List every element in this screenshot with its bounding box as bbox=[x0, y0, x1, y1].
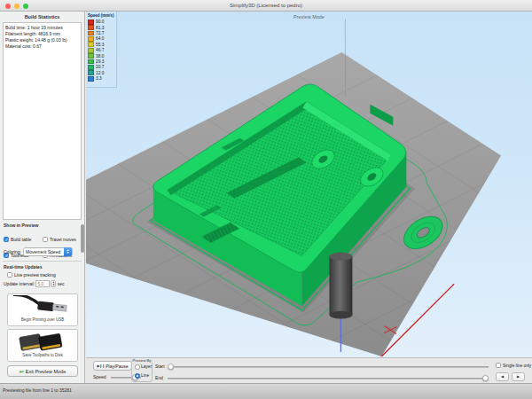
preview-mode-label: Preview Mode bbox=[86, 14, 532, 20]
legend-swatch bbox=[88, 25, 94, 30]
checkbox-build-table[interactable]: Build table bbox=[4, 237, 43, 242]
checkbox-label: Build table bbox=[11, 237, 31, 242]
radio-label: Layer bbox=[141, 364, 152, 369]
legend-swatch bbox=[88, 53, 94, 59]
divider bbox=[3, 261, 82, 262]
radio-label: Line bbox=[141, 373, 149, 378]
sd-card-icon bbox=[8, 330, 77, 353]
legend-entry: 3.3 bbox=[88, 75, 116, 81]
preview-by-label: Preview By bbox=[132, 358, 153, 363]
left-panel: Build Statistics Build time: 1 hour 19 m… bbox=[0, 12, 85, 383]
coloring-dropdown[interactable]: Movement Speed ▲▼ bbox=[23, 247, 73, 256]
checkbox-label: Live preview tracking bbox=[14, 272, 56, 278]
checkbox-box[interactable] bbox=[43, 237, 48, 242]
play-pause-button[interactable]: ▶❙❙ Play/Pause bbox=[93, 361, 132, 371]
coloring-label: Coloring: bbox=[4, 249, 21, 254]
legend-swatch bbox=[88, 20, 94, 25]
title-bar[interactable]: Simplify3D (Licensed to pedro) bbox=[0, 0, 532, 12]
status-bar: Previewing file from line 1 to 35281 bbox=[0, 383, 532, 399]
interval-stepper-icon[interactable]: ▲▼ bbox=[51, 280, 56, 287]
checkbox-box[interactable] bbox=[4, 237, 9, 242]
legend-swatch bbox=[88, 70, 94, 75]
update-interval-unit: sec bbox=[58, 281, 65, 286]
single-line-label: Single line only bbox=[503, 364, 531, 368]
status-text: Previewing file from line 1 to 35281 bbox=[3, 387, 72, 393]
end-slider-label: End bbox=[155, 375, 163, 380]
legend-swatch bbox=[88, 31, 94, 36]
save-toolpaths-caption: Save Toolpaths to Disk bbox=[8, 353, 77, 357]
legend-swatch bbox=[88, 36, 94, 42]
legend-swatch bbox=[88, 59, 94, 65]
stat-plastic-weight: Plastic weight: 14.48 g (0.03 lb) bbox=[5, 37, 79, 43]
checkbox-label: Travel moves bbox=[50, 237, 76, 242]
dropdown-arrows-icon: ▲▼ bbox=[64, 247, 72, 256]
usb-print-caption: Begin Printing over USB bbox=[8, 317, 77, 322]
play-pause-label: Play/Pause bbox=[106, 364, 128, 369]
usb-plug-icon bbox=[8, 294, 77, 317]
window-title: Simplify3D (Licensed to pedro) bbox=[0, 3, 532, 8]
show-in-preview-label: Show in Preview bbox=[4, 223, 38, 228]
checkbox-travel-moves[interactable]: Travel moves bbox=[43, 237, 82, 242]
step-forward-icon: ▶ bbox=[517, 374, 520, 379]
update-interval-label: Update interval: bbox=[4, 281, 35, 286]
update-interval-row: Update interval: ▲▼ sec bbox=[4, 280, 65, 287]
play-pause-icon: ▶❙❙ bbox=[97, 364, 104, 368]
scene-canvas bbox=[86, 12, 532, 357]
preview-by-group: Preview By Layer Line bbox=[131, 359, 153, 382]
checkbox-box[interactable] bbox=[7, 272, 12, 278]
simplify3d-window: Simplify3D (Licensed to pedro) Build Sta… bbox=[0, 0, 532, 399]
step-forward-button[interactable]: ▶ bbox=[512, 372, 525, 381]
usb-print-button[interactable]: Begin Printing over USB bbox=[7, 293, 78, 326]
start-slider-track[interactable] bbox=[168, 366, 489, 369]
radio-layer[interactable]: Layer bbox=[135, 364, 152, 370]
speed-legend: Speed (mm/s) 90.0 81.3 72.7 64.0 55.3 46… bbox=[86, 12, 117, 88]
update-interval-input[interactable] bbox=[35, 280, 50, 287]
stat-build-time: Build time: 1 hour 19 minutes bbox=[5, 25, 79, 31]
radio-dot[interactable] bbox=[135, 373, 140, 379]
start-slider-label: Start bbox=[155, 364, 165, 369]
save-toolpaths-button[interactable]: Save Toolpaths to Disk bbox=[7, 329, 78, 362]
end-slider-track[interactable] bbox=[168, 378, 489, 380]
checkbox-box[interactable] bbox=[496, 363, 501, 368]
stat-filament-length: Filament length: 4816.9 mm bbox=[5, 31, 79, 37]
coloring-row: Coloring: Movement Speed ▲▼ bbox=[4, 247, 73, 256]
exit-preview-button[interactable]: ↩ Exit Preview Mode bbox=[7, 365, 78, 377]
radio-line[interactable]: Line bbox=[135, 373, 149, 379]
legend-swatch bbox=[88, 42, 94, 47]
legend-swatch bbox=[88, 48, 94, 53]
checkbox-live-preview-tracking[interactable]: Live preview tracking bbox=[7, 272, 82, 278]
legend-swatch bbox=[88, 76, 94, 82]
exit-preview-label: Exit Preview Mode bbox=[26, 369, 66, 374]
speed-legend-title: Speed (mm/s) bbox=[88, 13, 116, 18]
step-back-icon: ◀ bbox=[501, 374, 504, 379]
build-statistics-box: Build time: 1 hour 19 minutes Filament l… bbox=[3, 22, 82, 220]
realtime-updates-label: Real-time Updates bbox=[4, 264, 43, 270]
step-back-button[interactable]: ◀ bbox=[496, 372, 509, 381]
legend-swatch bbox=[88, 65, 94, 70]
coloring-value: Movement Speed bbox=[26, 249, 60, 254]
exit-arrow-icon: ↩ bbox=[20, 368, 24, 374]
speed-slider-label: Speed bbox=[93, 374, 106, 379]
radio-dot[interactable] bbox=[135, 364, 140, 370]
start-slider-knob[interactable] bbox=[168, 364, 174, 370]
end-slider-knob[interactable] bbox=[482, 375, 489, 381]
stat-material-cost: Material cost: 0.67 bbox=[5, 43, 79, 50]
single-line-checkbox[interactable]: Single line only bbox=[496, 363, 531, 368]
preview-control-bar: ▶❙❙ Play/Pause Speed Preview By Layer Li… bbox=[86, 357, 532, 383]
preview-3d-viewport[interactable]: Preview Mode Speed (mm/s) 90.0 81.3 72.7… bbox=[86, 12, 532, 357]
preview-checkboxes: Build tableTravel movesToolheadRetractio… bbox=[4, 230, 83, 262]
build-statistics-title: Build Statistics bbox=[0, 14, 84, 20]
